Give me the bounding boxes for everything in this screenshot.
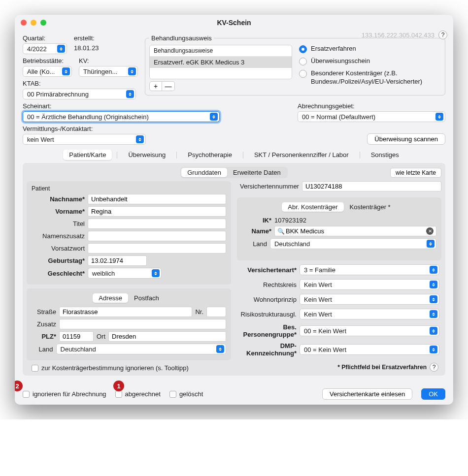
window-title: KV-Schein [15,19,453,27]
add-button[interactable]: + [149,81,162,91]
badge-1: 1 [113,381,124,391]
versichertenart-select[interactable]: 3 = Familie [300,264,439,275]
nr-input[interactable] [206,307,226,317]
scheinart-label: Scheinart: [23,102,220,110]
chevron-updown-icon [427,240,435,248]
tab-sonstiges[interactable]: Sonstiges [365,150,405,160]
radio-ueberweisungsschein[interactable]: Überweisungsschein [299,57,441,65]
adresse-subpanel: Adresse Postfach StraßeNr. Zusatz PLZ*Or… [27,288,231,360]
personengruppe-label: Bes. Personengruppe* [239,323,297,338]
patient-legend: Patient [32,185,226,192]
rechtskreis-select[interactable]: Kein Wert [300,279,439,290]
scheinart-select[interactable]: 00 = Ärztliche Behandlung (Originalschei… [23,111,220,122]
tab-psychotherapie[interactable]: Psychotherapie [182,150,238,160]
ignore-abrechnung-checkbox[interactable]: ignorieren für Abrechnung [23,390,106,398]
radio-ersatzverfahren[interactable]: Ersatzverfahren [299,45,441,53]
chevron-updown-icon [128,67,136,75]
chevron-updown-icon [210,113,218,121]
remove-button[interactable]: — [162,81,175,91]
tab-postfach[interactable]: Postfach [128,293,165,303]
clear-icon[interactable]: ✕ [426,227,434,235]
erstellt-label: erstellt: [74,34,99,42]
list-header: Behandlungsausweise [150,45,292,57]
list-item[interactable]: Ersatzverf. eGK BKK Medicus 3 [150,57,292,68]
chevron-updown-icon [62,67,70,75]
chevron-updown-icon [430,295,437,303]
ignore-checkbox[interactable]: zur Kostenträgerbestimmung ignorieren (s… [32,364,231,372]
personengruppe-select[interactable]: 00 = Kein Wert [300,325,439,336]
ort-label: Ort [97,333,105,340]
ok-button[interactable]: OK [421,388,445,400]
tab-adresse[interactable]: Adresse [93,293,128,303]
wohnort-label: Wohnortprinzip [239,296,297,303]
plz-label: PLZ* [32,333,56,340]
tab-skt[interactable]: SKT / Personenkennziffer / Labor [248,150,355,160]
geburtstag-label: Geburtstag* [32,257,85,264]
pflicht-help-button[interactable]: ? [430,363,438,372]
tab-abr-kostentraeger[interactable]: Abr. Kostenträger [282,202,343,212]
ktab-label: KTAB: [23,80,138,87]
erstellt-value: 18.01.23 [74,43,99,52]
land-label: Land [32,346,53,353]
zusatz-input[interactable] [59,319,226,329]
radio-kostentraeger[interactable]: Besonderer Kostenträger (z.B. Bundesw./P… [299,69,441,86]
ort-input[interactable] [108,331,226,342]
geschlecht-label: Geschlecht* [32,270,85,277]
chevron-updown-icon [435,113,443,121]
ktab-select[interactable]: 00 Primärabrechnung [23,89,136,99]
titel-label: Titel [32,220,85,227]
land-select[interactable]: Deutschland [56,344,226,354]
tab-erweiterte[interactable]: Erweiterte Daten [227,168,287,177]
vorsatzwort-input[interactable] [88,243,226,254]
nachname-input[interactable] [88,194,226,204]
plz-input[interactable] [59,331,94,342]
main-tabs: Patient/Karte Überweisung Psychotherapie… [23,150,445,160]
tab-patient[interactable]: Patient/Karte [63,150,112,160]
namenszusatz-input[interactable] [88,231,226,241]
ueberweisung-scannen-button[interactable]: Überweisung scannen [367,133,445,145]
record-id: 133.156.222.305.042.433 [362,32,435,39]
ik-value: 107923192 [274,217,306,224]
tab-ueberweisung[interactable]: Überweisung [122,150,171,160]
geschlecht-select[interactable]: weiblich [88,268,162,279]
quartal-label: Quartal: [23,34,67,42]
chevron-updown-icon [430,346,437,353]
vermittlung-select[interactable]: kein Wert [23,134,146,145]
vorsatzwort-label: Vorsatzwort [32,245,85,252]
tab-kostentraeger[interactable]: Kostenträger * [344,202,397,212]
patient-subpanel: Patient Nachname* Vorname* Titel Namensz… [27,181,231,285]
risiko-select[interactable]: Kein Wert [300,309,439,319]
radio-icon [299,45,307,53]
kt-land-select[interactable]: Deutschland [270,238,436,249]
abrechnungsgebiet-select[interactable]: 00 = Normal (Defaultwert) [298,111,445,122]
wohnort-select[interactable]: Kein Wert [300,294,439,305]
strasse-input[interactable] [59,307,192,317]
dmp-select[interactable]: 00 = Kein Wert [300,344,439,355]
quartal-select[interactable]: 4/2022 [23,43,67,54]
nachname-label: Nachname* [32,195,85,203]
wie-letzte-karte-button[interactable]: wie letzte Karte [390,168,441,178]
versichertennummer-input[interactable] [302,181,441,191]
pflichtfeld-note: * Pflichtfeld bei Ersatzverfahren [337,364,427,371]
titlebar: KV-Schein [15,15,453,31]
kv-label: KV: [79,57,138,64]
betriebsstaette-select[interactable]: Alle (Ko... [23,66,72,77]
help-button[interactable]: ? [438,31,447,39]
titel-input[interactable] [88,219,226,229]
chevron-updown-icon [430,310,437,318]
checkbox-icon [115,391,122,398]
chevron-updown-icon [152,269,160,277]
kt-name-input[interactable] [274,226,436,236]
kv-schein-window: KV-Schein 133.156.222.305.042.433 ? Quar… [15,15,453,405]
behandlungsausweise-list[interactable]: Behandlungsausweise Ersatzverf. eGK BKK … [149,45,292,79]
strasse-label: Straße [32,308,56,316]
kv-select[interactable]: Thüringen... [79,66,138,77]
tab-grunddaten[interactable]: Grunddaten [181,168,227,177]
abgerechnet-checkbox[interactable]: abgerechnet [115,390,161,398]
geburtstag-input[interactable] [88,255,147,266]
footer: 2 ignorieren für Abrechnung 1 abgerechne… [15,383,453,405]
einlesen-button[interactable]: Versichertenkarte einlesen [322,388,412,400]
geloescht-checkbox[interactable]: gelöscht [169,390,203,398]
nr-label: Nr. [195,308,203,316]
vorname-input[interactable] [88,206,226,217]
